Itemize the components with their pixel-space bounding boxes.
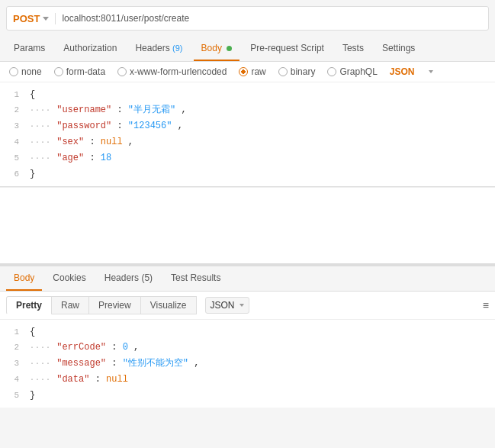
body-options-row: none form-data x-www-form-urlencoded raw… <box>0 62 495 82</box>
option-none[interactable]: none <box>9 66 42 77</box>
body-active-dot <box>227 46 232 51</box>
resp-line-3: 3 ···· "message" : "性别不能为空" , <box>0 356 495 372</box>
option-graphql[interactable]: GraphQL <box>327 66 377 77</box>
response-code-area[interactable]: 1 { 2 ···· "errCode" : 0 , 3 ···· "messa… <box>0 320 495 408</box>
resp-json-label: JSON <box>211 300 235 311</box>
resp-line-1: 1 { <box>0 324 495 340</box>
option-urlencoded[interactable]: x-www-form-urlencoded <box>117 66 227 77</box>
tab-body[interactable]: Body <box>194 37 240 61</box>
resp-sub-right: ≡ <box>477 299 489 311</box>
resp-json-select[interactable]: JSON <box>205 297 249 314</box>
sub-tab-preview[interactable]: Preview <box>88 296 141 314</box>
resp-line-5: 5 } <box>0 388 495 403</box>
radio-urlencoded <box>117 67 127 76</box>
radio-raw <box>239 67 248 76</box>
json-type-label[interactable]: JSON <box>390 66 415 77</box>
option-binary[interactable]: binary <box>278 66 316 77</box>
resp-json-chevron-icon <box>239 304 244 307</box>
sub-tab-pretty[interactable]: Pretty <box>6 296 52 314</box>
resp-line-4: 4 ···· "data" : null <box>0 372 495 388</box>
req-line-2: 2 ···· "username" : "半月无霜" , <box>0 102 495 118</box>
req-line-4: 4 ···· "sex" : null , <box>0 134 495 150</box>
request-empty-area <box>0 187 495 263</box>
req-line-6: 6 } <box>0 166 495 182</box>
url-bar: POST <box>6 6 489 31</box>
tab-prerequest[interactable]: Pre-request Script <box>243 37 332 61</box>
option-raw[interactable]: raw <box>239 66 265 77</box>
nav-tabs: Params Authorization Headers (9) Body Pr… <box>0 37 495 62</box>
response-section: Body Cookies Headers (5) Test Results Pr… <box>0 263 495 408</box>
radio-none <box>9 67 18 76</box>
tab-authorization[interactable]: Authorization <box>56 37 124 61</box>
option-form-data[interactable]: form-data <box>54 66 105 77</box>
tab-params[interactable]: Params <box>6 37 53 61</box>
response-tabs: Body Cookies Headers (5) Test Results <box>0 265 495 292</box>
resp-tab-test-results[interactable]: Test Results <box>163 266 228 291</box>
resp-tab-cookies[interactable]: Cookies <box>45 266 93 291</box>
resp-line-2: 2 ···· "errCode" : 0 , <box>0 340 495 356</box>
word-wrap-icon[interactable]: ≡ <box>483 299 489 311</box>
req-line-3: 3 ···· "password" : "123456" , <box>0 118 495 134</box>
resp-sub-tabs-row: Pretty Raw Preview Visualize JSON ≡ <box>0 292 495 320</box>
tab-headers[interactable]: Headers (9) <box>127 37 190 61</box>
resp-tab-headers[interactable]: Headers (5) <box>97 266 160 291</box>
sub-tab-raw[interactable]: Raw <box>51 296 89 314</box>
tab-settings[interactable]: Settings <box>374 37 423 61</box>
req-line-5: 5 ···· "age" : 18 <box>0 150 495 166</box>
method-chevron-icon <box>43 17 49 21</box>
radio-binary <box>278 67 288 76</box>
method-selector[interactable]: POST <box>13 13 56 24</box>
radio-form-data <box>54 67 63 76</box>
sub-tab-visualize[interactable]: Visualize <box>140 296 197 314</box>
resp-tab-body[interactable]: Body <box>6 266 42 291</box>
radio-graphql <box>327 67 336 76</box>
url-input[interactable] <box>62 13 482 24</box>
tab-tests[interactable]: Tests <box>335 37 371 61</box>
method-label: POST <box>13 13 40 24</box>
json-chevron-icon[interactable] <box>429 70 433 73</box>
req-line-1: 1 { <box>0 87 495 102</box>
request-code-area[interactable]: 1 { 2 ···· "username" : "半月无霜" , 3 ···· … <box>0 82 495 187</box>
